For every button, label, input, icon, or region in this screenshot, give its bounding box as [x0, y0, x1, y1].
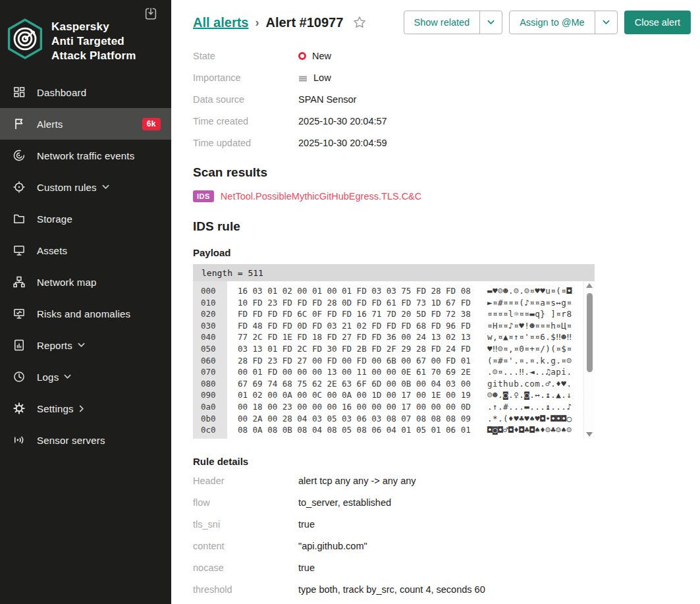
rule-row-header: Header alert tcp any any -> any any [193, 470, 691, 491]
state-value: New [312, 51, 331, 61]
favorite-star-icon[interactable] [352, 15, 367, 30]
close-alert-button[interactable]: Close alert [624, 11, 691, 34]
sidebar-item-label: Dashboard [37, 87, 86, 98]
sidebar-item-logs[interactable]: Logs [0, 361, 171, 393]
sidebar-item-risks-and-anomalies[interactable]: Risks and anomalies [0, 298, 171, 329]
hex-row: 03 13 01 FD 2C FD 30 FD 2B FD 2F 29 28 F… [238, 343, 583, 355]
sensor-icon [12, 433, 26, 447]
sidebar-item-assets[interactable]: Assets [0, 234, 171, 266]
sidebar-item-sensor-servers[interactable]: Sensor servers [0, 424, 171, 456]
monitor-icon [12, 243, 26, 258]
data-source-value: SPAN Sensor [298, 94, 356, 105]
show-related-button[interactable]: Show related [404, 11, 480, 34]
header-actions: Show related Assign to @Me Close alert [404, 11, 691, 34]
sidebar-nav: Dashboard Alerts 6k [0, 76, 171, 456]
hex-row: FD FD FD FD 6C 0F FD FD 16 71 7D 20 5D F… [238, 308, 583, 320]
detail-row-data-source: Data source SPAN Sensor [193, 88, 691, 110]
rule-details: Header alert tcp any any -> any any flow… [193, 470, 691, 600]
time-created-value: 2025-10-30 20:04:57 [298, 116, 387, 126]
hex-row: 77 2C FD 1E FD 18 FD 27 FD FD 36 00 24 1… [238, 331, 583, 343]
rule-row-tls-sni: tls_sni true [193, 513, 691, 535]
chevron-down-icon [64, 374, 71, 379]
assign-split-button: Assign to @Me [509, 11, 618, 34]
assign-to-me-button[interactable]: Assign to @Me [510, 11, 595, 34]
detail-row-state: State New [193, 45, 691, 67]
scroll-up-icon[interactable] [586, 283, 593, 288]
hex-bytes-area[interactable]: 16 03 01 02 00 01 00 01 FD 03 03 75 FD 2… [227, 281, 583, 439]
show-related-split-button: Show related [404, 11, 503, 34]
hex-row: 28 FD 23 FD 27 00 FD 00 FD 00 6B 00 67 0… [238, 355, 583, 367]
clock-icon [12, 370, 26, 384]
chevron-right-icon [79, 405, 84, 412]
scan-results-heading: Scan results [193, 165, 691, 180]
sidebar-item-network-traffic-events[interactable]: Network traffic events [0, 140, 171, 171]
main-content: All alerts › Alert #10977 Show related A… [171, 0, 700, 604]
sidebar-item-label: Logs [37, 371, 59, 383]
alert-details: State New Importance Low Data source SPA… [193, 45, 691, 153]
rule-row-flow: flow to_server, established [193, 491, 691, 513]
download-icon[interactable] [144, 7, 158, 21]
hex-row: 00 01 FD 00 00 00 13 00 11 00 00 0E 61 7… [238, 366, 583, 378]
hex-row: FD 48 FD FD 0D FD 03 21 02 FD FD FD 68 F… [238, 320, 583, 332]
detail-row-time-updated: Time updated 2025-10-30 20:04:59 [193, 132, 691, 153]
time-updated-value: 2025-10-30 20:04:59 [298, 138, 387, 148]
sidebar-item-label: Storage [37, 213, 72, 225]
state-new-icon [298, 52, 306, 60]
show-related-dropdown-button[interactable] [479, 11, 502, 34]
sidebar-item-label: Custom rules [37, 182, 97, 193]
sidebar-item-label: Sensor servers [37, 435, 105, 446]
hex-row: 16 03 01 02 00 01 00 01 FD 03 03 75 FD 2… [238, 285, 583, 297]
sidebar-item-settings[interactable]: Settings [0, 393, 171, 424]
page-title: Alert #10977 [265, 15, 343, 30]
network-map-icon [12, 275, 26, 289]
breadcrumb-all-alerts[interactable]: All alerts [193, 15, 248, 30]
hex-row: 67 69 74 68 75 62 2E 63 6F 6D 00 0B 00 0… [238, 378, 583, 390]
hex-scrollbar[interactable] [583, 281, 595, 439]
hex-row: 00 18 00 23 00 00 00 16 00 00 00 17 00 0… [238, 401, 583, 413]
report-icon [12, 338, 26, 352]
sidebar-item-alerts[interactable]: Alerts 6k [0, 108, 171, 140]
hex-row: 08 0A 08 0B 08 04 08 05 08 06 04 01 05 0… [238, 424, 583, 436]
brand-title: Kaspersky Anti Targeted Attack Platform [51, 17, 136, 63]
sidebar-item-storage[interactable]: Storage [0, 203, 171, 234]
sidebar-item-custom-rules[interactable]: Custom rules [0, 171, 171, 203]
assign-dropdown-button[interactable] [595, 11, 617, 34]
detail-row-importance: Importance Low [193, 67, 691, 88]
hex-row: 01 02 00 0A 00 0C 00 0A 00 1D 00 17 00 1… [238, 389, 583, 401]
alert-header: All alerts › Alert #10977 Show related A… [193, 9, 691, 36]
ids-badge: IDS [193, 190, 214, 202]
hex-row: 00 2A 00 28 04 03 05 03 06 03 08 07 08 0… [238, 413, 583, 425]
gear-icon [12, 401, 26, 416]
scrollbar-thumb[interactable] [587, 293, 593, 372]
target-icon [12, 180, 26, 194]
chevron-down-icon [102, 184, 109, 190]
sidebar-item-dashboard[interactable]: Dashboard [0, 76, 171, 108]
alerts-count-badge: 6k [142, 118, 161, 130]
sidebar-item-label: Settings [37, 403, 74, 414]
kaspersky-logo-icon [5, 17, 45, 61]
chevron-down-icon [78, 343, 85, 348]
sidebar-item-network-map[interactable]: Network map [0, 266, 171, 298]
hex-offset-column: 000 010 020 030 040 050 060 070 080 090 … [193, 281, 227, 439]
traffic-swirl-icon [12, 148, 26, 163]
detail-row-time-created: Time created 2025-10-30 20:04:57 [193, 110, 691, 132]
payload-length-bar: length = 511 [193, 264, 595, 281]
sidebar-item-label: Network traffic events [37, 150, 134, 161]
importance-low-icon [298, 74, 308, 82]
sidebar: Kaspersky Anti Targeted Attack Platform … [0, 0, 171, 604]
dashboard-icon [12, 85, 26, 99]
sidebar-item-label: Alerts [37, 119, 63, 130]
rule-row-content: content "api.github.com" [193, 535, 691, 557]
importance-value: Low [313, 72, 331, 83]
detection-rule-link[interactable]: NetTool.PossibleMythicGitHubEgress.TLS.C… [221, 191, 421, 202]
sidebar-item-label: Network map [37, 277, 97, 288]
hex-row: 10 FD 23 FD FD FD 28 0D FD FD 61 FD 73 1… [238, 297, 583, 309]
sidebar-item-label: Assets [37, 245, 67, 256]
sidebar-item-label: Risks and anomalies [37, 308, 130, 319]
sidebar-item-label: Reports [37, 340, 72, 351]
ids-rule-heading: IDS rule [193, 219, 691, 234]
payload-heading: Payload [193, 247, 691, 258]
app: Kaspersky Anti Targeted Attack Platform … [0, 0, 700, 604]
scroll-down-icon[interactable] [586, 432, 593, 437]
sidebar-item-reports[interactable]: Reports [0, 329, 171, 361]
